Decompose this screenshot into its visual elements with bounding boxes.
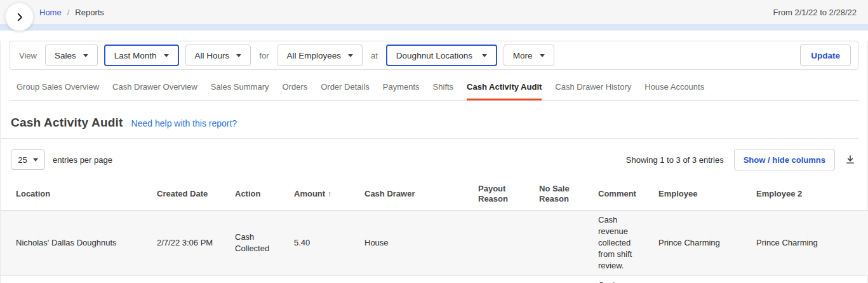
column-header-amount[interactable]: Amount↑	[289, 178, 359, 210]
table-row: Nicholas' Dallas Doughnuts 2/7/22 3:06 P…	[1, 210, 868, 275]
cell-employee-2: Prince Charming	[751, 275, 868, 283]
showing-entries-text: Showing 1 to 3 of 3 entries	[626, 155, 724, 165]
cell-no-sale-reason	[534, 210, 593, 275]
main-content: View Sales Last Month All Hours for All …	[0, 41, 868, 283]
column-header-location[interactable]: Location	[1, 178, 152, 210]
breadcrumb-separator: /	[67, 8, 70, 17]
report-heading-row: Cash Activity Audit Need help with this …	[1, 100, 867, 138]
cell-employee: Prince Charming	[653, 210, 751, 275]
download-icon	[845, 154, 856, 165]
caret-down-icon	[348, 54, 353, 57]
tab-house-accounts[interactable]: House Accounts	[644, 76, 704, 100]
cell-employee-2: Prince Charming	[751, 210, 868, 275]
cell-no-sale-reason	[534, 275, 593, 283]
tab-cash-drawer-history[interactable]: Cash Drawer History	[555, 76, 631, 100]
cell-employee: Prince Charming	[653, 275, 751, 283]
cell-comment: Cash revenue collected from shift review…	[593, 275, 653, 283]
column-header-payout-reason[interactable]: Payout Reason	[473, 178, 534, 210]
more-filters-dropdown[interactable]: More	[504, 45, 554, 66]
column-header-employee[interactable]: Employee	[653, 178, 751, 210]
at-label: at	[369, 51, 380, 60]
cell-amount: 6.00	[289, 275, 359, 283]
cell-payout-reason	[473, 275, 534, 283]
column-header-created-date[interactable]: Created Date	[152, 178, 230, 210]
tab-cash-activity-audit[interactable]: Cash Activity Audit	[467, 76, 542, 100]
for-label: for	[257, 51, 270, 60]
view-label: View	[17, 51, 39, 60]
cell-action: Cash Collected	[230, 275, 289, 283]
cell-amount: 5.40	[289, 210, 359, 275]
cell-payout-reason	[473, 210, 534, 275]
employees-dropdown-value: All Employees	[286, 51, 341, 60]
caret-down-icon	[482, 54, 487, 57]
view-type-dropdown[interactable]: Sales	[45, 45, 98, 66]
caret-down-icon	[164, 54, 169, 57]
sort-ascending-icon: ↑	[328, 189, 332, 198]
cash-activity-table: Location Created Date Action Amount↑ Cas…	[1, 178, 868, 283]
caret-down-icon	[83, 54, 88, 57]
show-hide-columns-button[interactable]: Show / hide columns	[734, 149, 835, 170]
cell-created-date: 2/7/22 3:06 PM	[152, 210, 230, 275]
tab-orders[interactable]: Orders	[282, 76, 307, 100]
caret-down-icon	[33, 158, 38, 162]
hours-dropdown-value: All Hours	[195, 51, 230, 60]
table-toolbar: 25 entries per page Showing 1 to 3 of 3 …	[1, 139, 867, 178]
cell-comment: Cash revenue collected from shift review…	[593, 210, 653, 275]
column-header-no-sale-reason[interactable]: No Sale Reason	[534, 178, 593, 210]
table-row: Nicholas' Dallas Doughnuts 2/14/22 3:13 …	[1, 275, 868, 283]
page-size-dropdown[interactable]: 25	[11, 149, 45, 170]
tab-group-sales-overview[interactable]: Group Sales Overview	[17, 76, 99, 100]
locations-dropdown[interactable]: Doughnut Locations	[386, 45, 497, 66]
table-header-row: Location Created Date Action Amount↑ Cas…	[1, 178, 868, 210]
employees-dropdown[interactable]: All Employees	[277, 45, 363, 66]
tab-order-details[interactable]: Order Details	[321, 76, 370, 100]
breadcrumb-home-link[interactable]: Home	[39, 8, 62, 17]
info-strip	[0, 24, 868, 31]
cell-created-date: 2/14/22 3:13 PM	[152, 275, 230, 283]
view-type-dropdown-value: Sales	[55, 51, 76, 60]
chevron-right-icon	[14, 11, 25, 23]
tab-cash-drawer-overview[interactable]: Cash Drawer Overview	[112, 76, 197, 100]
report-tabs: Group Sales Overview Cash Drawer Overvie…	[10, 76, 858, 100]
tab-sales-summary[interactable]: Sales Summary	[211, 76, 269, 100]
cell-action: Cash Collected	[230, 210, 289, 275]
locations-dropdown-value: Doughnut Locations	[396, 51, 472, 60]
breadcrumb: Home / Reports	[39, 8, 104, 17]
breadcrumb-current: Reports	[75, 8, 104, 17]
sidebar-expand-button[interactable]	[5, 3, 34, 31]
update-button[interactable]: Update	[800, 45, 851, 66]
page-size-value: 25	[18, 155, 27, 165]
tab-payments[interactable]: Payments	[383, 76, 420, 100]
download-button[interactable]	[843, 153, 857, 167]
filter-bar: View Sales Last Month All Hours for All …	[10, 41, 858, 70]
cell-cash-drawer: House	[359, 210, 473, 275]
app-header: Home / Reports From 2/1/22 to 2/28/22	[0, 0, 868, 24]
entries-per-page-label: entries per page	[53, 155, 112, 165]
hours-dropdown[interactable]: All Hours	[185, 45, 251, 66]
caret-down-icon	[236, 54, 241, 57]
date-period-dropdown[interactable]: Last Month	[104, 45, 179, 66]
tab-shifts[interactable]: Shifts	[433, 76, 454, 100]
report-help-link[interactable]: Need help with this report?	[131, 118, 237, 128]
column-header-action[interactable]: Action	[230, 178, 289, 210]
report-date-range: From 2/1/22 to 2/28/22	[773, 8, 857, 17]
column-header-cash-drawer[interactable]: Cash Drawer	[359, 178, 473, 210]
caret-down-icon	[540, 54, 545, 57]
column-header-comment[interactable]: Comment	[593, 178, 653, 210]
page-title: Cash Activity Audit	[11, 116, 123, 130]
cell-location: Nicholas' Dallas Doughnuts	[1, 210, 152, 275]
column-header-employee-2[interactable]: Employee 2	[751, 178, 868, 210]
date-period-dropdown-value: Last Month	[114, 51, 157, 60]
cell-cash-drawer: House	[359, 275, 473, 283]
cell-location: Nicholas' Dallas Doughnuts	[1, 275, 152, 283]
more-filters-dropdown-value: More	[513, 51, 533, 60]
